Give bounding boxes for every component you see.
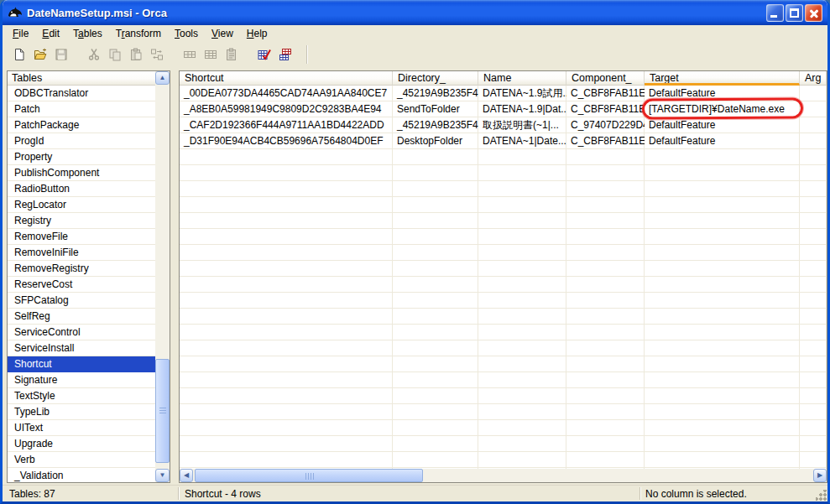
sidebar-item-verb[interactable]: Verb — [8, 452, 156, 468]
menu-tables[interactable]: Tables — [66, 26, 109, 42]
menu-edit[interactable]: Edit — [35, 26, 66, 42]
sidebar-item-upgrade[interactable]: Upgrade — [8, 436, 156, 452]
scroll-down-icon[interactable]: ▼ — [155, 469, 170, 482]
grid-rows: _00DEA0773DA4465CAD74AA91AA840CE7 _45219… — [180, 86, 827, 149]
view-transform-icon[interactable] — [275, 44, 295, 64]
window-controls — [766, 4, 822, 22]
minimize-icon — [770, 15, 777, 18]
target-cell-circled[interactable]: [TARGETDIR]¥DateName.exe — [645, 101, 800, 117]
shortcut-table-grid: Shortcut Directory_ Name Component_ Targ… — [179, 70, 827, 483]
sidebar-item-uitext[interactable]: UIText — [8, 420, 156, 436]
sidebar-item-removefile[interactable]: RemoveFile — [8, 229, 156, 245]
orca-window: DateNameSetup.msi - Orca FileEditTablesT… — [0, 0, 830, 504]
sidebar-item-serviceinstall[interactable]: ServiceInstall — [8, 340, 156, 356]
table-row[interactable]: _D31F90E94ACB4CB59696A7564804D0EF Deskto… — [180, 133, 827, 149]
table-row[interactable]: _A8EB0A59981949C9809D2C9283BA4E94 SendTo… — [180, 101, 827, 117]
main-area: Tables ODBCTranslatorPatchPatchPackagePr… — [3, 65, 827, 485]
sidebar-item-signature[interactable]: Signature — [8, 372, 156, 388]
open-file-icon[interactable] — [30, 44, 50, 64]
column-header-arg[interactable]: Arg — [800, 71, 827, 86]
sidebar-item-textstyle[interactable]: TextStyle — [8, 388, 156, 404]
sidebar-scrollbar-thumb[interactable] — [155, 359, 170, 463]
column-header-component[interactable]: Component_ — [566, 71, 645, 86]
new-document-icon[interactable] — [9, 44, 29, 64]
sidebar-item-removeregistry[interactable]: RemoveRegistry — [8, 261, 156, 277]
cut-icon[interactable] — [84, 44, 103, 64]
close-button[interactable] — [805, 4, 822, 22]
sidebar-item-sfpcatalog[interactable]: SFPCatalog — [8, 293, 156, 309]
save-icon[interactable] — [51, 44, 70, 64]
find-replace-icon[interactable] — [147, 44, 166, 64]
grid-scrollbar-thumb[interactable] — [195, 469, 423, 482]
resize-grip[interactable] — [816, 490, 827, 501]
sidebar-item-typelib[interactable]: TypeLib — [8, 404, 156, 420]
sidebar-scrollbar[interactable]: ▲ ▼ — [155, 71, 170, 482]
statusbar: Tables: 87 Shortcut - 4 rows No column i… — [3, 485, 827, 501]
sidebar-item-registry[interactable]: Registry — [8, 213, 156, 229]
menu-tools[interactable]: Tools — [168, 26, 205, 42]
export-tables-icon[interactable] — [222, 44, 241, 64]
sidebar-item-servicecontrol[interactable]: ServiceControl — [8, 325, 156, 340]
copy-icon[interactable] — [105, 44, 124, 64]
sidebar-item-patch[interactable]: Patch — [8, 101, 156, 117]
window-title: DateNameSetup.msi - Orca — [27, 7, 766, 19]
menubar: FileEditTablesTransformToolsViewHelp — [3, 25, 827, 43]
sidebar-item-reglocator[interactable]: RegLocator — [8, 197, 156, 213]
titlebar[interactable]: DateNameSetup.msi - Orca — [3, 0, 827, 25]
add-row-icon[interactable] — [180, 44, 199, 64]
column-header-shortcut[interactable]: Shortcut — [180, 71, 393, 86]
sidebar-item-selfreg[interactable]: SelfReg — [8, 309, 156, 325]
add-table-icon[interactable] — [201, 44, 220, 64]
minimize-button[interactable] — [766, 4, 784, 22]
column-header-name[interactable]: Name — [478, 71, 566, 86]
scroll-up-icon[interactable]: ▲ — [155, 71, 170, 85]
tables-list: ODBCTranslatorPatchPatchPackageProgIdPro… — [8, 86, 156, 483]
tables-panel: Tables ODBCTranslatorPatchPatchPackagePr… — [7, 70, 170, 483]
grid-horizontal-scrollbar[interactable]: ◀ ▶ — [180, 469, 827, 482]
tables-column-header[interactable]: Tables — [8, 71, 156, 86]
grid-header-row: Shortcut Directory_ Name Component_ Targ… — [180, 71, 827, 86]
table-row[interactable]: _CAF2D192366F444A9711AA1BD4422ADD _45219… — [180, 117, 827, 133]
sidebar-item-odbctranslator[interactable]: ODBCTranslator — [8, 86, 156, 101]
menu-view[interactable]: View — [205, 26, 240, 42]
column-header-target[interactable]: Target — [645, 71, 800, 86]
maximize-button[interactable] — [786, 4, 803, 22]
menu-file[interactable]: File — [6, 26, 35, 42]
status-column-info: No column is selected. — [645, 488, 801, 500]
sidebar-item-removeinifile[interactable]: RemoveIniFile — [8, 245, 156, 261]
sidebar-item-shortcut[interactable]: Shortcut — [8, 356, 156, 372]
sidebar-item-radiobutton[interactable]: RadioButton — [8, 181, 156, 197]
table-row[interactable]: _00DEA0773DA4465CAD74AA91AA840CE7 _45219… — [180, 86, 827, 101]
paste-icon[interactable] — [126, 44, 145, 64]
validate-table-icon[interactable] — [254, 44, 274, 64]
status-row-count: Shortcut - 4 rows — [185, 488, 629, 500]
scroll-right-icon[interactable]: ▶ — [813, 469, 827, 482]
sidebar-item-publishcomponent[interactable]: PublishComponent — [8, 165, 156, 181]
maximize-icon — [790, 8, 799, 18]
sidebar-item-patchpackage[interactable]: PatchPackage — [8, 117, 156, 133]
sidebar-item-reservecost[interactable]: ReserveCost — [8, 277, 156, 293]
orca-whale-icon — [8, 6, 23, 19]
sidebar-item-property[interactable]: Property — [8, 149, 156, 165]
toolbar — [3, 43, 827, 65]
status-tables-count: Tables: 87 — [9, 488, 174, 500]
sidebar-item-progid[interactable]: ProgId — [8, 133, 156, 149]
grid-body: _00DEA0773DA4465CAD74AA91AA840CE7 _45219… — [180, 86, 827, 470]
menu-help[interactable]: Help — [240, 26, 274, 42]
column-header-directory[interactable]: Directory_ — [393, 71, 478, 86]
toolbar-separator — [306, 45, 307, 64]
sidebar-item-_validation[interactable]: _Validation — [8, 468, 156, 483]
menu-transform[interactable]: Transform — [109, 26, 168, 42]
scroll-left-icon[interactable]: ◀ — [180, 469, 193, 482]
